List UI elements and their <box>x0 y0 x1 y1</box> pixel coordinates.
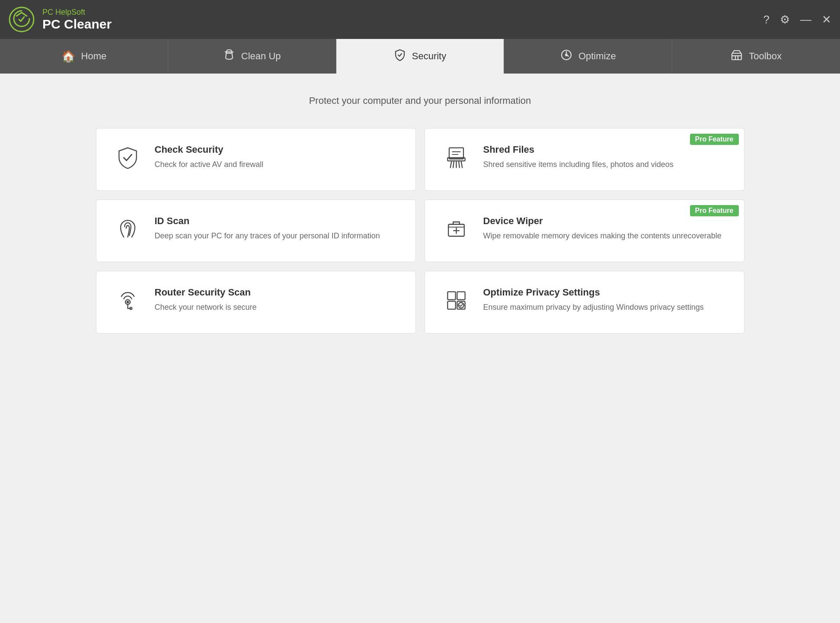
router-security-title: Router Security Scan <box>155 287 398 298</box>
title-bar: PC HelpSoft PC Cleaner ? ⚙ — ✕ <box>0 0 840 39</box>
router-icon <box>114 289 142 318</box>
id-scan-desc: Deep scan your PC for any traces of your… <box>155 230 398 242</box>
shred-files-desc: Shred sensitive items including files, p… <box>483 159 727 170</box>
device-wiper-desc: Wipe removable memory devices making the… <box>483 230 727 242</box>
optimize-icon <box>560 49 572 64</box>
nav-tabs: 🏠 Home Clean Up Security <box>0 39 840 74</box>
tab-security-label: Security <box>412 51 446 62</box>
svg-rect-3 <box>732 53 741 60</box>
tab-cleanup-label: Clean Up <box>241 51 281 62</box>
fingerprint-icon <box>114 217 142 246</box>
cards-grid: Check Security Check for active AV and f… <box>96 128 744 334</box>
shred-files-text: Shred Files Shred sensitive items includ… <box>483 144 727 170</box>
help-button[interactable]: ? <box>763 14 770 25</box>
tab-home[interactable]: 🏠 Home <box>0 39 168 74</box>
device-wiper-pro-badge: Pro Feature <box>690 205 739 216</box>
check-security-title: Check Security <box>155 144 398 155</box>
device-wiper-card[interactable]: Pro Feature Device Wiper Wipe removable … <box>425 199 744 262</box>
tab-toolbox-label: Toolbox <box>749 51 782 62</box>
tab-optimize[interactable]: Optimize <box>504 39 672 74</box>
shred-files-card[interactable]: Pro Feature Shred Files Shred sensitive … <box>425 128 744 191</box>
tab-cleanup[interactable]: Clean Up <box>168 39 336 74</box>
id-scan-text: ID Scan Deep scan your PC for any traces… <box>155 215 398 242</box>
page-subtitle: Protect your computer and your personal … <box>309 95 531 106</box>
svg-rect-10 <box>447 292 455 299</box>
minimize-button[interactable]: — <box>800 14 811 25</box>
tab-toolbox[interactable]: Toolbox <box>672 39 840 74</box>
main-content: Protect your computer and your personal … <box>0 74 840 623</box>
optimize-privacy-text: Optimize Privacy Settings Ensure maximum… <box>483 287 727 313</box>
shred-files-title: Shred Files <box>483 144 727 155</box>
optimize-privacy-title: Optimize Privacy Settings <box>483 287 727 298</box>
id-scan-card[interactable]: ID Scan Deep scan your PC for any traces… <box>96 199 416 262</box>
tab-optimize-label: Optimize <box>578 51 616 62</box>
device-wiper-title: Device Wiper <box>483 215 727 227</box>
tab-home-label: Home <box>81 51 107 62</box>
svg-point-8 <box>127 301 128 303</box>
router-security-card[interactable]: Router Security Scan Check your network … <box>96 271 416 334</box>
tab-security[interactable]: Security <box>336 39 505 74</box>
device-wipe-icon <box>442 217 470 246</box>
shield-check-icon <box>114 146 142 175</box>
close-button[interactable]: ✕ <box>822 14 831 25</box>
app-logo <box>9 6 35 32</box>
privacy-icon <box>442 289 470 318</box>
shred-pro-badge: Pro Feature <box>690 134 739 145</box>
optimize-privacy-card[interactable]: Optimize Privacy Settings Ensure maximum… <box>425 271 744 334</box>
id-scan-title: ID Scan <box>155 215 398 227</box>
home-icon: 🏠 <box>61 50 75 63</box>
check-security-text: Check Security Check for active AV and f… <box>155 144 398 170</box>
logo-area: PC HelpSoft PC Cleaner <box>9 6 112 32</box>
router-security-text: Router Security Scan Check your network … <box>155 287 398 313</box>
optimize-privacy-desc: Ensure maximum privacy by adjusting Wind… <box>483 302 727 313</box>
app-name-area: PC HelpSoft PC Cleaner <box>42 8 112 32</box>
device-wiper-text: Device Wiper Wipe removable memory devic… <box>483 215 727 242</box>
cleanup-icon <box>223 49 235 64</box>
router-security-desc: Check your network is secure <box>155 302 398 313</box>
check-security-desc: Check for active AV and firewall <box>155 159 398 170</box>
shred-icon <box>442 146 470 175</box>
app-main-name: PC Cleaner <box>42 17 112 32</box>
title-controls: ? ⚙ — ✕ <box>763 14 831 25</box>
security-icon <box>394 49 406 64</box>
svg-rect-11 <box>457 292 465 299</box>
app-sub-name: PC HelpSoft <box>42 8 112 17</box>
settings-button[interactable]: ⚙ <box>780 14 790 25</box>
check-security-card[interactable]: Check Security Check for active AV and f… <box>96 128 416 191</box>
svg-point-2 <box>565 54 567 56</box>
toolbox-icon <box>731 49 743 64</box>
svg-rect-12 <box>447 301 455 309</box>
